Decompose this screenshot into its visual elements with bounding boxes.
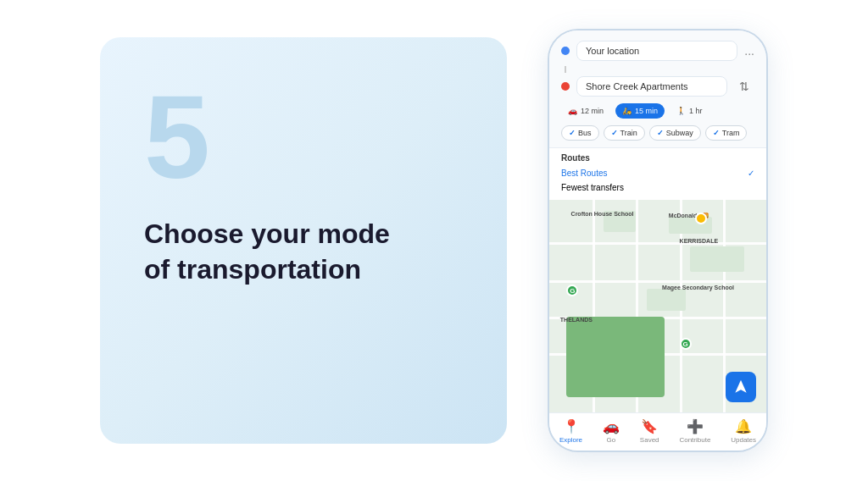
chip-tram-label: Tram bbox=[722, 129, 740, 137]
routes-title: Routes bbox=[561, 153, 754, 163]
navigation-arrow-button[interactable] bbox=[726, 372, 756, 402]
more-options-button[interactable]: ... bbox=[744, 44, 754, 58]
road-h2 bbox=[549, 280, 766, 283]
filter-chips: ✓ Bus ✓ Train ✓ Subway ✓ Tram bbox=[561, 125, 754, 141]
label-magee: Magee Secondary School bbox=[662, 285, 734, 290]
pin-green: G bbox=[566, 285, 578, 296]
nav-saved-label: Saved bbox=[640, 436, 659, 444]
connector-line bbox=[565, 66, 566, 73]
route-best-check-icon: ✓ bbox=[748, 169, 754, 178]
mode-moto[interactable]: 🛵 15 min bbox=[615, 103, 665, 119]
moto-icon: 🛵 bbox=[622, 107, 632, 115]
pin-mcdonalds bbox=[695, 213, 707, 224]
to-input[interactable] bbox=[576, 76, 727, 97]
updates-icon: 🔔 bbox=[735, 418, 752, 434]
go-icon: 🚗 bbox=[603, 418, 620, 434]
phone: ... ⇅ 🚗 12 min 🛵 15 min bbox=[548, 29, 768, 452]
from-dot bbox=[561, 47, 570, 55]
map-area[interactable]: McDonalds 🍔 KERRISDALE Magee Secondary S… bbox=[549, 200, 766, 412]
phone-top-bar: ... ⇅ 🚗 12 min 🛵 15 min bbox=[549, 30, 766, 148]
subway-check-icon: ✓ bbox=[657, 129, 664, 137]
to-row: ⇅ bbox=[561, 76, 754, 97]
transport-mode-pills: 🚗 12 min 🛵 15 min 🚶 1 hr bbox=[561, 103, 754, 119]
car-icon: 🚗 bbox=[568, 107, 577, 115]
from-row: ... bbox=[561, 41, 754, 61]
walk-time: 1 hr bbox=[689, 107, 703, 115]
tram-check-icon: ✓ bbox=[713, 129, 720, 137]
route-best-label: Best Routes bbox=[561, 169, 607, 178]
chip-bus-label: Bus bbox=[578, 129, 592, 137]
routes-section: Routes Best Routes ✓ Fewest transfers bbox=[549, 148, 766, 200]
step-number: 5 bbox=[144, 78, 463, 196]
route-fewest-label: Fewest transfers bbox=[561, 183, 624, 192]
chip-tram[interactable]: ✓ Tram bbox=[705, 125, 748, 141]
label-crofton: Crofton House School bbox=[571, 211, 634, 217]
nav-explore[interactable]: 📍 Explore bbox=[559, 418, 582, 444]
saved-icon: 🔖 bbox=[641, 418, 658, 434]
chip-subway-label: Subway bbox=[666, 129, 693, 137]
chip-train[interactable]: ✓ Train bbox=[604, 125, 645, 141]
route-best[interactable]: Best Routes ✓ bbox=[561, 166, 754, 180]
to-dot bbox=[561, 82, 570, 91]
building3 bbox=[690, 246, 744, 272]
chip-train-label: Train bbox=[620, 129, 637, 137]
bus-check-icon: ✓ bbox=[569, 129, 576, 137]
nav-contribute-label: Contribute bbox=[679, 436, 710, 444]
building4 bbox=[647, 289, 686, 310]
step-title: Choose your mode of transportation bbox=[144, 217, 415, 287]
left-card: 5 Choose your mode of transportation bbox=[100, 37, 507, 444]
phone-mockup-wrapper: ... ⇅ 🚗 12 min 🛵 15 min bbox=[548, 29, 768, 452]
nav-updates-label: Updates bbox=[731, 436, 756, 444]
contribute-icon: ➕ bbox=[687, 418, 704, 434]
nav-go-label: Go bbox=[607, 436, 616, 444]
car-time: 12 min bbox=[581, 107, 604, 115]
road-h1 bbox=[549, 242, 766, 245]
mode-walk[interactable]: 🚶 1 hr bbox=[670, 103, 709, 119]
map-background: McDonalds 🍔 KERRISDALE Magee Secondary S… bbox=[549, 200, 766, 412]
chip-bus[interactable]: ✓ Bus bbox=[561, 125, 599, 141]
nav-updates[interactable]: 🔔 Updates bbox=[731, 418, 756, 444]
chip-subway[interactable]: ✓ Subway bbox=[649, 125, 701, 141]
from-input[interactable] bbox=[576, 41, 737, 61]
label-thelands: THELANDS bbox=[560, 317, 593, 323]
nav-contribute[interactable]: ➕ Contribute bbox=[679, 418, 710, 444]
park-block bbox=[566, 317, 664, 397]
walk-icon: 🚶 bbox=[676, 107, 686, 115]
nav-saved[interactable]: 🔖 Saved bbox=[640, 418, 659, 444]
route-fewest[interactable]: Fewest transfers bbox=[561, 180, 754, 195]
mode-car[interactable]: 🚗 12 min bbox=[561, 103, 610, 119]
nav-explore-label: Explore bbox=[559, 436, 582, 444]
explore-icon: 📍 bbox=[563, 418, 580, 434]
bottom-nav: 📍 Explore 🚗 Go 🔖 Saved ➕ Contribute 🔔 Up… bbox=[549, 412, 766, 451]
train-check-icon: ✓ bbox=[611, 129, 618, 137]
swap-button[interactable]: ⇅ bbox=[734, 76, 754, 97]
moto-time: 15 min bbox=[635, 107, 658, 115]
label-kerrisdale: KERRISDALE bbox=[680, 238, 719, 244]
pin-green2: G bbox=[680, 338, 692, 350]
nav-go[interactable]: 🚗 Go bbox=[603, 418, 620, 444]
